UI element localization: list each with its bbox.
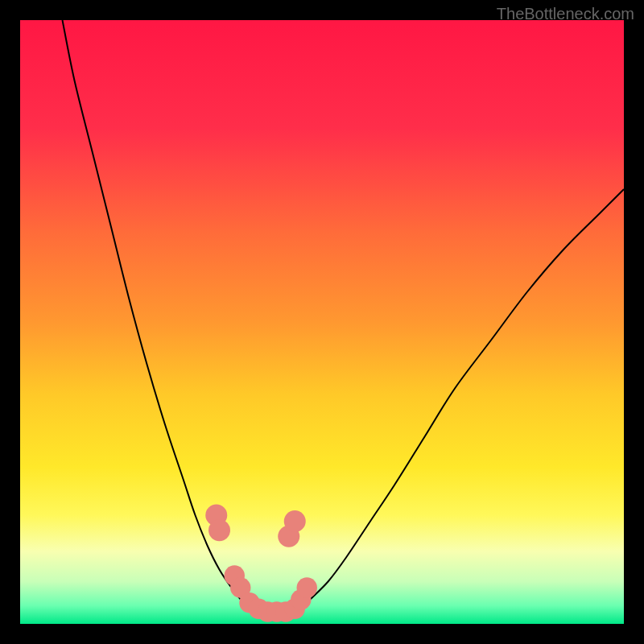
data-marker bbox=[208, 519, 230, 541]
data-marker bbox=[297, 577, 318, 598]
data-marker bbox=[284, 510, 306, 532]
watermark-text: TheBottleneck.com bbox=[497, 5, 634, 23]
bottleneck-chart bbox=[20, 20, 624, 624]
gradient-background bbox=[20, 20, 624, 624]
